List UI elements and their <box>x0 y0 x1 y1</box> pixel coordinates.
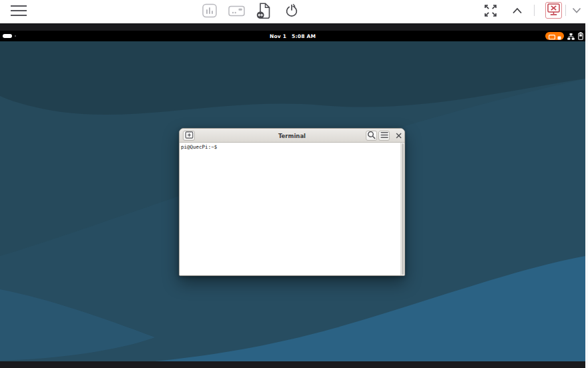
media-stop-icon <box>557 30 561 43</box>
terminal-prompt: pi@QuecPi:~$ <box>181 144 217 150</box>
power-restart-icon <box>284 3 300 21</box>
disconnect-display-button[interactable] <box>545 2 562 19</box>
expand-button[interactable] <box>569 3 584 19</box>
terminal-scrollbar[interactable] <box>400 143 404 275</box>
terminal-search-button[interactable] <box>366 131 377 141</box>
collapse-button[interactable] <box>509 2 526 21</box>
hamburger-menu-icon <box>380 131 388 141</box>
fullscreen-button[interactable] <box>482 2 499 21</box>
chevron-down-icon <box>570 3 583 19</box>
bar-chart-icon <box>202 3 217 20</box>
console-card-icon <box>228 5 245 19</box>
date-label: Nov 1 <box>270 33 286 39</box>
usage-stats-button[interactable] <box>201 2 218 21</box>
battery-icon <box>578 30 583 43</box>
display-close-icon <box>547 3 561 19</box>
viewer-toolbar <box>0 0 588 23</box>
chevron-up-icon <box>510 4 525 19</box>
letterbox-top <box>0 23 585 31</box>
time-label: 5:08 AM <box>292 33 316 39</box>
terminal-close-button[interactable] <box>394 131 403 141</box>
guest-desktop[interactable]: Terminal pi@QuecPi:~$ <box>0 41 585 361</box>
clock[interactable]: Nov 1 5:08 AM <box>0 31 585 41</box>
screen-share-icon <box>549 30 555 43</box>
terminal-header-bar[interactable]: Terminal <box>180 129 404 143</box>
close-icon <box>396 131 402 141</box>
hamburger-menu-icon <box>10 4 27 19</box>
system-status-area[interactable] <box>545 31 583 41</box>
terminal-window[interactable]: Terminal pi@QuecPi:~$ <box>179 128 405 276</box>
letterbox-bottom <box>0 361 585 368</box>
guest-top-bar: Nov 1 5:08 AM <box>0 31 585 41</box>
toolbar-divider <box>565 5 566 16</box>
file-transfer-button[interactable] <box>256 2 272 21</box>
network-wired-icon <box>567 30 575 43</box>
machine-actions <box>201 2 300 21</box>
search-icon <box>367 131 376 141</box>
terminal-menu-button[interactable] <box>378 131 390 141</box>
serial-console-button[interactable] <box>228 2 245 21</box>
toolbar-divider <box>534 5 535 16</box>
fullscreen-arrows-icon <box>483 3 499 21</box>
restart-button[interactable] <box>283 2 300 21</box>
document-transfer-icon <box>256 3 272 21</box>
viewer-scrollbar[interactable] <box>585 23 588 368</box>
terminal-body[interactable]: pi@QuecPi:~$ <box>180 143 404 275</box>
menu-button[interactable] <box>9 3 29 20</box>
terminal-scrollbar-thumb[interactable] <box>402 143 404 275</box>
screencast-indicator[interactable] <box>545 32 564 40</box>
